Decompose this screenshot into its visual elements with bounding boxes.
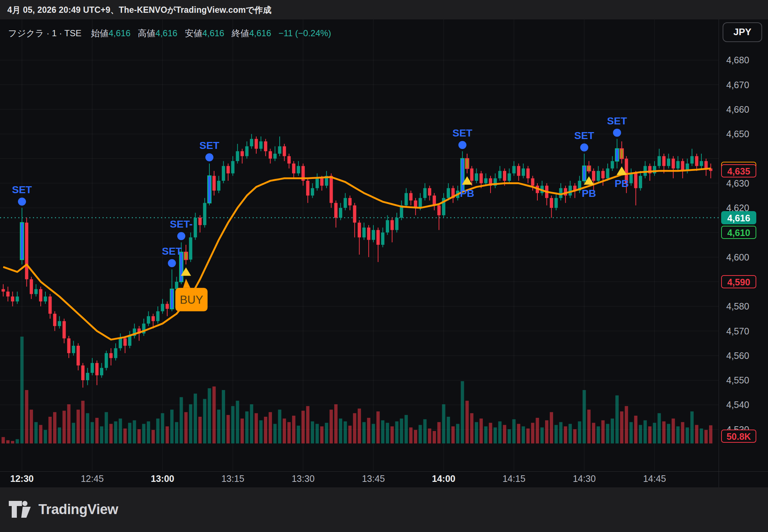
tradingview-logo-icon — [8, 501, 32, 518]
price-tick: 4,580 — [726, 301, 749, 312]
alert-badge-4590: 4,590 — [721, 275, 756, 288]
price-tick: 4,540 — [726, 400, 749, 410]
price-tick: 4,550 — [726, 375, 749, 386]
legend-open: 始値4,616 — [91, 28, 131, 38]
svg-text:SET: SET — [12, 184, 32, 195]
symbol-title[interactable]: フジクラ · 1 · TSE — [8, 28, 82, 38]
chart-pane: SETSETSET-SETSETSETSETPBPBPBBUY — [0, 19, 719, 471]
tradingview-logo[interactable]: TradingView — [8, 501, 118, 518]
set-marker: SET- — [170, 218, 193, 240]
currency-toggle-button[interactable]: JPY — [723, 22, 762, 42]
svg-text:SET: SET — [452, 127, 472, 139]
price-tick: 4,560 — [726, 350, 749, 361]
set-marker: SET — [574, 130, 594, 151]
price-tick: 4,660 — [726, 104, 749, 115]
prev-close-badge: 4,616 — [721, 211, 756, 224]
set-marker: SET — [452, 127, 472, 149]
legend-close: 終値4,616 — [232, 28, 271, 38]
set-marker: SET — [200, 140, 219, 161]
price-tick: 4,680 — [726, 55, 749, 65]
time-label: 14:30 — [573, 473, 596, 484]
price-axis-border — [719, 19, 719, 487]
price-tick: 4,600 — [726, 252, 749, 262]
time-label: 13:15 — [221, 473, 245, 484]
svg-text:PB: PB — [460, 188, 474, 199]
legend-change: −11 (−0.24%) — [279, 28, 331, 38]
candles-layer — [1, 134, 712, 387]
svg-text:PB: PB — [615, 178, 629, 189]
legend-low: 安値4,616 — [185, 28, 224, 38]
set-marker: SET — [12, 184, 32, 206]
svg-text:BUY: BUY — [180, 293, 203, 306]
tradingview-chart-page: 4月 05, 2026 20:49 UTC+9、The-KENVOがTradin… — [0, 0, 768, 532]
ma-line — [3, 168, 711, 340]
svg-text:SET: SET — [200, 140, 219, 151]
svg-text:SET: SET — [162, 246, 182, 257]
time-label: 12:30 — [10, 473, 34, 484]
svg-text:PB: PB — [582, 188, 596, 199]
svg-text:SET: SET — [574, 130, 594, 141]
price-tick: 4,650 — [726, 129, 749, 139]
price-tick: 4,670 — [726, 79, 749, 90]
volume-badge: 50.8K — [721, 430, 756, 443]
time-axis-border — [0, 471, 768, 472]
time-label: 12:45 — [81, 473, 104, 484]
last-price-badge: 4,635 — [721, 164, 756, 177]
svg-text:SET-: SET- — [170, 218, 193, 230]
set-marker: SET — [162, 246, 182, 267]
chart-canvas[interactable]: SETSETSET-SETSETSETSETPBPBPBBUY — [0, 0, 768, 532]
volume-layer — [1, 337, 712, 443]
legend-high: 高値4,616 — [138, 28, 178, 38]
price-tick: 4,630 — [726, 178, 749, 188]
time-label: 14:00 — [432, 473, 455, 484]
time-label: 14:45 — [643, 473, 666, 484]
alert-badge-4610: 4,610 — [721, 226, 756, 239]
svg-text:SET: SET — [607, 115, 627, 127]
time-label: 13:45 — [362, 473, 385, 484]
symbol-legend: フジクラ · 1 · TSE始値4,616高値4,616安値4,616終値4,6… — [8, 28, 331, 39]
time-label: 13:30 — [292, 473, 315, 484]
tradingview-logo-text: TradingView — [38, 502, 118, 517]
time-label: 13:00 — [151, 473, 174, 484]
set-marker: SET — [607, 115, 627, 137]
price-tick: 4,570 — [726, 326, 749, 336]
time-label: 14:15 — [503, 473, 526, 484]
